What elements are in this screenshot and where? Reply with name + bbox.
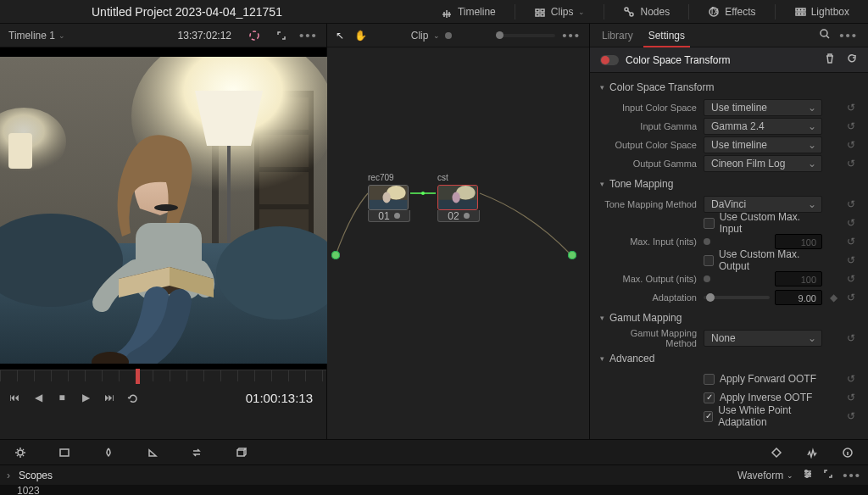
label-input-gamma: Input Gamma: [600, 121, 697, 131]
select-output-color-space[interactable]: Use timeline⌄: [704, 136, 822, 153]
expand-button[interactable]: [272, 26, 291, 45]
separator: [604, 4, 604, 19]
node-mode-selector[interactable]: Clip ⌄: [411, 30, 453, 42]
reset-button[interactable]: ↺: [844, 254, 858, 266]
checkbox-inverse-ootf[interactable]: [704, 392, 715, 403]
reset-button[interactable]: ↺: [844, 273, 858, 285]
nodes-toggle[interactable]: Nodes: [616, 3, 676, 21]
reset-button[interactable]: ↺: [844, 158, 858, 170]
select-output-gamma[interactable]: Cineon Film Log⌄: [704, 155, 822, 172]
selection-tool[interactable]: ↖: [336, 30, 344, 42]
scopes-mode-selector[interactable]: Waveform⌄: [737, 470, 793, 481]
reset-button[interactable]: ↺: [844, 217, 858, 229]
select-input-color-space[interactable]: Use timeline⌄: [704, 99, 822, 116]
label-tone-mapping-method: Tone Mapping Method: [600, 199, 697, 209]
palette-info[interactable]: [837, 444, 858, 461]
reset-button[interactable]: ↺: [844, 332, 858, 344]
image-wipe-button[interactable]: [245, 26, 264, 45]
graph-input[interactable]: [331, 251, 340, 259]
reset-button[interactable]: ↺: [844, 198, 858, 210]
chevron-down-icon: ⌄: [808, 139, 816, 151]
palette-window[interactable]: [186, 444, 207, 461]
reset-button[interactable]: ↺: [844, 120, 858, 132]
section-advanced[interactable]: ▾Advanced: [590, 348, 868, 370]
last-frame-button[interactable]: ⏭: [100, 388, 119, 407]
checkbox-custom-max-output[interactable]: [704, 255, 714, 266]
reset-button[interactable]: ↺: [844, 410, 858, 422]
delete-effect-button[interactable]: [824, 53, 836, 67]
viewer-timeline-ruler[interactable]: [0, 370, 326, 381]
timeline-toggle[interactable]: Timeline: [434, 3, 503, 21]
reset-button[interactable]: ↺: [844, 236, 858, 248]
scopes-settings-button[interactable]: [802, 468, 814, 482]
lightbox-toggle[interactable]: Lightbox: [787, 3, 856, 21]
section-gamut-mapping[interactable]: ▾Gamut Mapping: [590, 307, 868, 329]
section-tone-mapping[interactable]: ▾Tone Mapping: [590, 173, 868, 195]
effects-toggle[interactable]: fx Effects: [701, 3, 762, 21]
source-timecode[interactable]: 13:37:02:12: [178, 30, 231, 42]
palette-curves[interactable]: [54, 444, 75, 461]
select-input-gamma[interactable]: Gamma 2.4⌄: [704, 118, 822, 135]
scopes-options-button[interactable]: •••: [843, 471, 861, 480]
palette-primaries[interactable]: [10, 444, 31, 461]
project-title: Untitled Project 2023-04-04_121751: [92, 5, 422, 19]
tab-settings[interactable]: Settings: [647, 25, 687, 47]
checkbox-forward-ootf[interactable]: [704, 374, 715, 385]
select-gamut-mapping-method[interactable]: None⌄: [704, 330, 822, 347]
reset-button[interactable]: ↺: [844, 292, 858, 303]
palette-keyframes[interactable]: [766, 444, 787, 461]
play-button[interactable]: ▶: [76, 388, 95, 407]
node-rec709[interactable]: rec709 01: [368, 173, 410, 222]
first-frame-button[interactable]: ⏮: [5, 388, 24, 407]
palette-3d[interactable]: [231, 444, 251, 461]
clips-toggle[interactable]: Clips ⌄: [527, 3, 593, 21]
search-button[interactable]: [819, 28, 831, 42]
pan-tool[interactable]: ✋: [354, 30, 367, 42]
checkbox-white-point[interactable]: [704, 411, 713, 422]
svg-point-29: [154, 204, 178, 211]
playhead[interactable]: [136, 369, 140, 384]
viewer-canvas[interactable]: [0, 47, 326, 370]
transport-controls: ⏮ ◀ ■ ▶ ⏭ 01:00:13:13: [0, 381, 326, 414]
loop-button[interactable]: [124, 388, 142, 407]
svg-point-42: [18, 450, 23, 455]
clips-label: Clips: [551, 6, 574, 18]
keyframe-button[interactable]: ◆: [829, 292, 837, 303]
reset-button[interactable]: ↺: [844, 392, 858, 403]
scopes-body[interactable]: 1023: [0, 485, 868, 495]
palette-qualifier[interactable]: [142, 444, 163, 461]
palette-scopes[interactable]: [802, 444, 822, 461]
slider-adaptation[interactable]: [704, 296, 770, 299]
node-zoom-slider[interactable]: [496, 34, 555, 37]
inspector-options-button[interactable]: •••: [839, 31, 858, 40]
timeline-selector[interactable]: Timeline 1 ⌄: [8, 30, 65, 42]
scopes-title: Scopes: [19, 470, 53, 481]
stop-button[interactable]: ■: [53, 388, 71, 407]
select-tone-mapping-method[interactable]: DaVinci⌄: [704, 196, 822, 213]
disclosure-icon: ▾: [600, 314, 604, 322]
effect-enable-toggle[interactable]: [600, 55, 619, 65]
numbox-adaptation[interactable]: 9.00: [775, 290, 822, 305]
select-value: None: [711, 332, 736, 344]
tab-library[interactable]: Library: [600, 25, 635, 47]
node-cst[interactable]: cst 02: [437, 173, 480, 222]
node-options-button[interactable]: •••: [562, 31, 581, 40]
checkbox-custom-max-input[interactable]: [704, 218, 715, 229]
palette-warper[interactable]: [98, 444, 119, 461]
svg-point-14: [250, 31, 259, 40]
section-color-space-transform[interactable]: ▾Color Space Transform: [590, 76, 868, 98]
record-timecode[interactable]: 01:00:13:13: [246, 391, 313, 405]
reset-effect-button[interactable]: [846, 53, 858, 67]
search-icon: [819, 28, 831, 40]
reset-button[interactable]: ↺: [844, 102, 858, 114]
reset-button[interactable]: ↺: [844, 373, 858, 385]
scopes-expand-button[interactable]: [822, 468, 834, 482]
reset-button[interactable]: ↺: [844, 139, 858, 151]
reverse-play-button[interactable]: ◀: [29, 388, 47, 407]
chevron-right-icon[interactable]: ›: [7, 470, 10, 481]
lightbox-icon: [794, 6, 806, 18]
expand-icon: [275, 30, 287, 42]
viewer-options-button[interactable]: •••: [299, 26, 318, 45]
graph-output[interactable]: [568, 251, 576, 259]
node-graph-canvas[interactable]: rec709 01 cst 02: [327, 47, 589, 439]
